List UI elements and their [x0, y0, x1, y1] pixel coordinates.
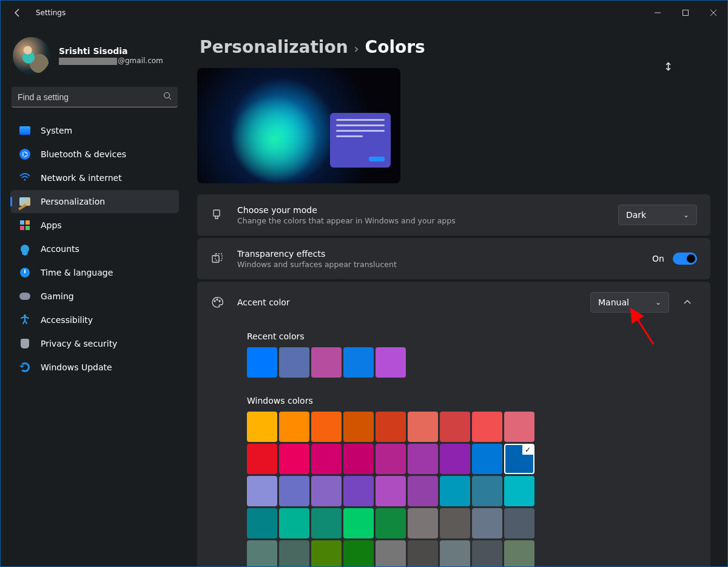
windows-color-swatch[interactable] [343, 444, 374, 474]
sidebar-item-time-language[interactable]: Time & language [10, 261, 179, 284]
sidebar-item-network-internet[interactable]: Network & internet [10, 166, 179, 189]
windows-color-swatch[interactable] [343, 540, 374, 566]
transparency-toggle[interactable] [673, 253, 697, 265]
windows-color-swatch[interactable] [472, 412, 502, 442]
windows-color-swatch[interactable] [440, 444, 470, 474]
windows-color-swatch[interactable] [311, 476, 342, 506]
collapse-button[interactable] [678, 293, 697, 312]
windows-color-swatch[interactable] [408, 476, 438, 506]
windows-color-swatch[interactable] [279, 444, 309, 474]
windows-color-swatch[interactable] [279, 476, 309, 506]
windows-color-swatch[interactable] [440, 508, 470, 538]
sidebar-item-label: Bluetooth & devices [41, 149, 126, 159]
transparency-card: Transparency effects Windows and surface… [197, 238, 710, 279]
sidebar-item-label: Network & internet [41, 173, 122, 183]
windows-color-swatch[interactable] [440, 412, 470, 442]
windows-color-swatch[interactable] [408, 540, 438, 566]
sidebar-item-label: Accounts [41, 244, 79, 254]
windows-color-swatch[interactable] [247, 476, 277, 506]
close-button[interactable] [699, 1, 727, 25]
sidebar-item-accessibility[interactable]: Accessibility [10, 308, 179, 331]
chevron-right-icon: › [354, 41, 359, 56]
windows-color-swatch[interactable] [311, 508, 342, 538]
windows-color-swatch[interactable] [343, 476, 374, 506]
sidebar-item-system[interactable]: System [10, 119, 179, 142]
windows-color-swatch[interactable] [376, 540, 406, 566]
windows-color-swatch[interactable] [408, 412, 438, 442]
sidebar-item-windows-update[interactable]: Windows Update [10, 356, 179, 379]
breadcrumb: Personalization › Colors [197, 37, 710, 57]
windows-color-swatch[interactable] [279, 508, 309, 538]
windows-color-swatch[interactable] [247, 444, 277, 474]
sidebar-item-apps[interactable]: Apps [10, 214, 179, 237]
accent-dropdown[interactable]: Manual ⌄ [590, 292, 669, 313]
recent-color-swatch[interactable] [343, 347, 374, 378]
windows-color-swatch[interactable] [279, 412, 309, 442]
windows-color-swatch[interactable] [247, 540, 277, 566]
sidebar-item-bluetooth-devices[interactable]: ⌬Bluetooth & devices [10, 143, 179, 166]
windows-color-swatch[interactable] [504, 444, 534, 474]
accent-expanded: Recent colors Windows colors [211, 323, 697, 566]
windows-color-swatch[interactable] [504, 476, 534, 506]
search-input[interactable] [12, 87, 178, 107]
user-block[interactable]: Srishti Sisodia @gmail.com [7, 34, 183, 87]
back-button[interactable] [7, 2, 29, 24]
windows-color-swatch[interactable] [311, 444, 342, 474]
sidebar-item-accounts[interactable]: Accounts [10, 237, 179, 260]
sidebar-item-gaming[interactable]: Gaming [10, 285, 179, 308]
titlebar: Settings [1, 1, 727, 25]
recent-color-swatch[interactable] [376, 347, 406, 378]
windows-color-swatch[interactable] [504, 540, 534, 566]
transparency-row[interactable]: Transparency effects Windows and surface… [211, 238, 697, 279]
sidebar-item-label: Gaming [41, 291, 74, 301]
update-icon [19, 361, 31, 373]
windows-color-swatch[interactable] [504, 508, 534, 538]
windows-color-swatch[interactable] [440, 476, 470, 506]
windows-color-swatch[interactable] [472, 508, 502, 538]
sidebar-item-label: Windows Update [41, 362, 112, 372]
mode-row[interactable]: Choose your mode Change the colors that … [211, 194, 697, 236]
windows-color-swatch[interactable] [472, 444, 502, 474]
windows-color-swatch[interactable] [343, 412, 374, 442]
windows-color-swatch[interactable] [311, 540, 342, 566]
recent-color-swatch[interactable] [247, 347, 277, 378]
sidebar: Srishti Sisodia @gmail.com System⌬Blueto… [1, 25, 189, 566]
windows-color-swatch[interactable] [408, 508, 438, 538]
priv-icon [19, 338, 31, 350]
windows-color-swatch[interactable] [408, 444, 438, 474]
apps-icon [19, 219, 31, 231]
chevron-down-icon: ⌄ [655, 298, 661, 307]
breadcrumb-root[interactable]: Personalization [200, 37, 348, 57]
maximize-button[interactable] [672, 1, 699, 25]
recent-color-swatch[interactable] [279, 347, 309, 378]
windows-color-swatch[interactable] [247, 412, 277, 442]
svg-point-11 [219, 300, 220, 302]
sidebar-item-label: System [41, 126, 72, 135]
recent-color-swatch[interactable] [311, 347, 342, 378]
transparency-icon [211, 252, 224, 265]
accent-row[interactable]: Accent color Manual ⌄ [211, 282, 697, 323]
windows-color-swatch[interactable] [440, 540, 470, 566]
theme-preview [197, 68, 400, 183]
access-icon [19, 314, 31, 326]
system-icon [19, 124, 31, 137]
windows-color-swatch[interactable] [279, 540, 309, 566]
minimize-button[interactable] [644, 1, 672, 25]
windows-color-swatch[interactable] [376, 412, 406, 442]
windows-color-swatch[interactable] [504, 412, 534, 442]
sidebar-item-privacy-security[interactable]: Privacy & security [10, 332, 179, 355]
windows-color-swatch[interactable] [343, 508, 374, 538]
windows-color-swatch[interactable] [311, 412, 342, 442]
transparency-state-label: On [652, 254, 664, 263]
search-field[interactable] [18, 92, 163, 102]
windows-color-swatch[interactable] [247, 508, 277, 538]
windows-color-swatch[interactable] [376, 508, 406, 538]
windows-color-swatch[interactable] [376, 444, 406, 474]
mode-dropdown[interactable]: Dark ⌄ [618, 205, 697, 225]
windows-color-swatch[interactable] [472, 540, 502, 566]
transparency-title: Transparency effects [237, 249, 652, 259]
user-email: @gmail.com [59, 56, 163, 66]
windows-color-swatch[interactable] [376, 476, 406, 506]
sidebar-item-personalization[interactable]: Personalization [10, 190, 179, 213]
windows-color-swatch[interactable] [472, 476, 502, 506]
